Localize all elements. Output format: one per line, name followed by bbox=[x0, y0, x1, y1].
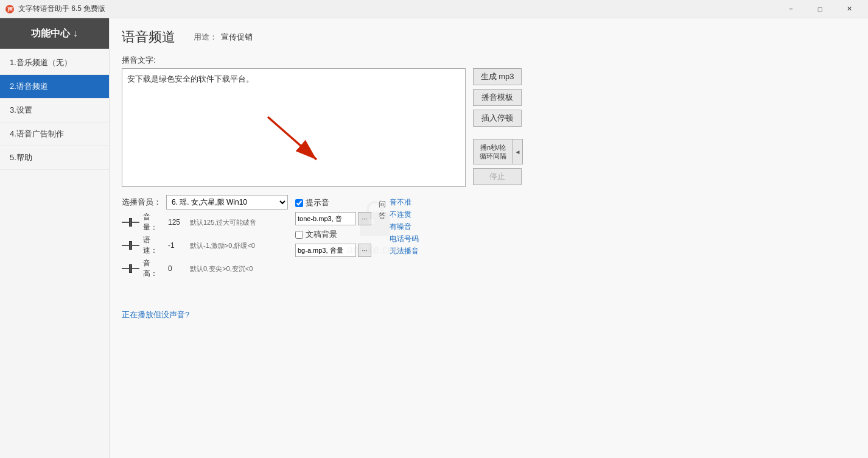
page-header: 语音频道 用途： 宣传促销 bbox=[122, 28, 856, 46]
no-sound-section: 正在播放但没声音? bbox=[122, 297, 856, 320]
insert-pause-button[interactable]: 插入停顿 bbox=[473, 110, 522, 127]
volume-slider-icon bbox=[122, 218, 139, 227]
volume-desc: 默认125,过大可能破音 bbox=[190, 218, 256, 227]
faq-link-phone[interactable]: 电话号码 bbox=[390, 234, 419, 244]
no-sound-link[interactable]: 正在播放但没声音? bbox=[122, 309, 189, 320]
buttons-panel: 生成 mp3 播音模板 插入停顿 播n秒/轮 循环间隔 ◄ 停止 bbox=[473, 68, 523, 185]
cycle-arrow[interactable]: ◄ bbox=[513, 139, 523, 164]
main-panel: 生成 mp3 播音模板 插入停顿 播n秒/轮 循环间隔 ◄ 停止 bbox=[122, 68, 856, 189]
stop-button[interactable]: 停止 bbox=[473, 168, 522, 185]
faq-qa-label: 问 答 bbox=[379, 199, 386, 222]
pitch-slider-icon bbox=[122, 264, 139, 273]
title-bar: 声 文字转语音助手 6.5 免费版 － □ ✕ bbox=[0, 0, 868, 18]
prompt-sound-file[interactable] bbox=[295, 212, 356, 225]
prompt-sound-row: 提示音 bbox=[295, 197, 371, 208]
speed-slider-icon bbox=[122, 241, 139, 250]
sidebar-item-ad[interactable]: 4.语音广告制作 bbox=[0, 122, 109, 146]
minimize-button[interactable]: － bbox=[777, 0, 805, 18]
maximize-button[interactable]: □ bbox=[806, 0, 834, 18]
pitch-desc: 默认0,变尖>0,变沉<0 bbox=[190, 264, 253, 273]
close-button[interactable]: ✕ bbox=[835, 0, 863, 18]
cycle-button[interactable]: 播n秒/轮 循环间隔 bbox=[473, 139, 513, 164]
svg-text:声: 声 bbox=[7, 7, 13, 13]
speed-value: -1 bbox=[168, 241, 186, 250]
text-area-wrapper bbox=[122, 68, 466, 189]
volume-value: 125 bbox=[168, 218, 186, 227]
usage-value: 宣传促销 bbox=[221, 32, 253, 43]
faq-section: 问 答 音不准 不连贯 有噪音 电话号码 无法播音 bbox=[379, 197, 419, 256]
sidebar-nav: 1.音乐频道（无） 2.语音频道 3.设置 4.语音广告制作 5.帮助 bbox=[0, 49, 109, 458]
prompt-sound-checkbox[interactable] bbox=[295, 199, 303, 207]
prompt-sound-input-row: ··· bbox=[295, 212, 371, 225]
pitch-label: 音高： bbox=[143, 258, 164, 279]
sidebar-header[interactable]: 功能中心 ↓ bbox=[0, 18, 109, 49]
window-title: 文字转语音助手 6.5 免费版 bbox=[18, 4, 105, 14]
slider-row-speed: 语速： -1 默认-1,激励>0,舒缓<0 bbox=[122, 235, 288, 256]
faq-link-no-play[interactable]: 无法播音 bbox=[390, 246, 419, 256]
prompt-sound-browse[interactable]: ··· bbox=[358, 212, 371, 225]
sidebar-item-help[interactable]: 5.帮助 bbox=[0, 146, 109, 170]
sound-panel: 提示音 ··· 文稿背景 ··· bbox=[295, 197, 371, 257]
prompt-sound-label: 提示音 bbox=[306, 197, 329, 208]
volume-label: 音量： bbox=[143, 212, 164, 233]
slider-group: 音量： 125 默认125,过大可能破音 语速： bbox=[122, 212, 288, 279]
sidebar-item-voice[interactable]: 2.语音频道 bbox=[0, 75, 109, 99]
bg-sound-browse[interactable]: ··· bbox=[358, 244, 371, 257]
sidebar: 功能中心 ↓ 1.音乐频道（无） 2.语音频道 3.设置 4.语音广告制作 5.… bbox=[0, 18, 110, 458]
textarea-label: 播音文字: bbox=[122, 55, 856, 66]
slider-row-pitch: 音高： 0 默认0,变尖>0,变沉<0 bbox=[122, 258, 288, 279]
faq-link-discontinuous[interactable]: 不连贯 bbox=[390, 210, 419, 220]
app-icon: 声 bbox=[5, 4, 15, 14]
window-controls: － □ ✕ bbox=[777, 0, 863, 18]
bg-sound-label: 文稿背景 bbox=[306, 229, 337, 240]
cycle-button-group: 播n秒/轮 循环间隔 ◄ bbox=[473, 139, 523, 164]
page-title: 语音频道 bbox=[122, 28, 175, 46]
tts-textarea[interactable] bbox=[122, 68, 466, 187]
bg-sound-file[interactable] bbox=[295, 244, 356, 257]
usage-label: 用途： bbox=[194, 32, 217, 43]
page-usage: 用途： 宣传促销 bbox=[194, 32, 253, 43]
announcer-section: 选播音员： 6. 瑶. 女,六星,限 Win10 bbox=[122, 195, 288, 279]
slider-row-volume: 音量： 125 默认125,过大可能破音 bbox=[122, 212, 288, 233]
announcer-group: 选播音员： 6. 瑶. 女,六星,限 Win10 bbox=[122, 195, 288, 210]
generate-mp3-button[interactable]: 生成 mp3 bbox=[473, 68, 522, 85]
speed-label: 语速： bbox=[143, 235, 164, 256]
bg-sound-input-row: ··· bbox=[295, 244, 371, 257]
title-bar-left: 声 文字转语音助手 6.5 免费版 bbox=[5, 4, 105, 14]
play-template-button[interactable]: 播音模板 bbox=[473, 89, 522, 106]
sidebar-item-music[interactable]: 1.音乐频道（无） bbox=[0, 51, 109, 75]
bg-sound-row: 文稿背景 bbox=[295, 229, 371, 240]
pitch-value: 0 bbox=[168, 264, 186, 273]
speed-desc: 默认-1,激励>0,舒缓<0 bbox=[190, 241, 255, 250]
bg-sound-checkbox[interactable] bbox=[295, 231, 303, 239]
faq-links-panel: 音不准 不连贯 有噪音 电话号码 无法播音 bbox=[390, 197, 419, 256]
faq-link-inaccurate[interactable]: 音不准 bbox=[390, 197, 419, 208]
faq-link-noise[interactable]: 有噪音 bbox=[390, 222, 419, 232]
app-container: 功能中心 ↓ 1.音乐频道（无） 2.语音频道 3.设置 4.语音广告制作 5.… bbox=[0, 18, 868, 458]
sidebar-item-settings[interactable]: 3.设置 bbox=[0, 99, 109, 122]
all-controls: 选播音员： 6. 瑶. 女,六星,限 Win10 bbox=[122, 195, 856, 279]
content-area: 语音频道 用途： 宣传促销 播音文字: bbox=[110, 18, 868, 458]
announcer-label: 选播音员： bbox=[122, 197, 161, 208]
announcer-select[interactable]: 6. 瑶. 女,六星,限 Win10 bbox=[166, 195, 288, 210]
